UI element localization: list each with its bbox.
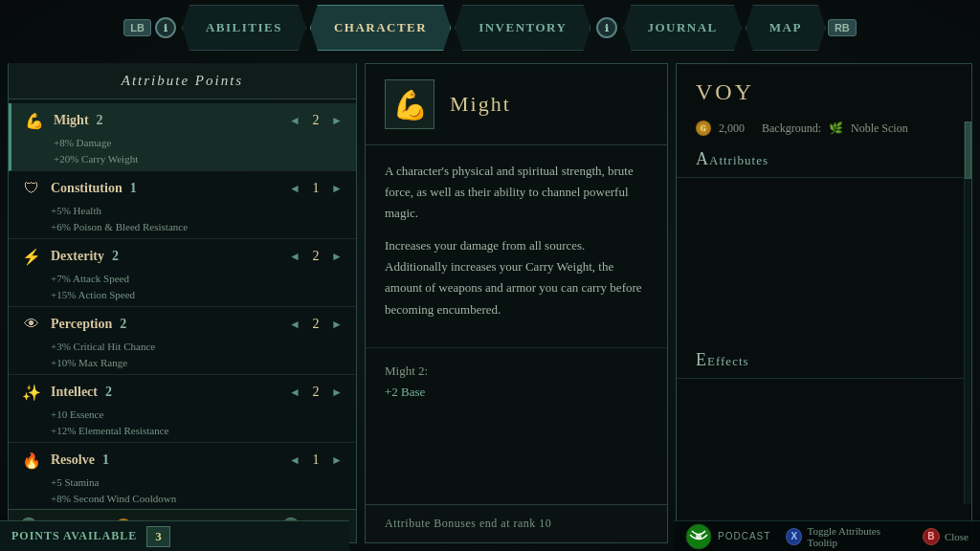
attr-perception-control: ◄ 2 ► xyxy=(287,317,345,332)
char-name: VOY xyxy=(696,79,952,105)
attribute-might[interactable]: 💪 Might 2 ◄ 2 ► +8% Damage +20% Carry We… xyxy=(9,103,356,171)
char-background-label: Background: xyxy=(762,121,821,136)
main-content: Attribute Points 💪 Might 2 ◄ 2 ► xyxy=(0,55,980,551)
constitution-bonuses: +5% Health +6% Poison & Bleed Resistance xyxy=(20,203,345,234)
attr-perception-name: Perception xyxy=(51,317,112,332)
attr-resolve-control: ◄ 1 ► xyxy=(287,452,345,468)
lb-button[interactable]: LB xyxy=(123,19,151,36)
constitution-increase-btn[interactable]: ► xyxy=(329,181,345,196)
tab-abilities[interactable]: ABILITIES xyxy=(182,5,306,51)
tab-character-label: CHARACTER xyxy=(334,20,427,35)
might-description: A character's physical and spiritual str… xyxy=(366,145,667,348)
char-name-area: VOY xyxy=(677,64,971,115)
might-bonus-1: +8% Damage xyxy=(54,135,345,151)
right-panel-scrollbar[interactable] xyxy=(964,121,971,504)
dexterity-bonus-1: +7% Attack Speed xyxy=(51,271,345,287)
rb-button[interactable]: RB xyxy=(828,19,857,36)
intellect-icon: ✨ xyxy=(20,381,43,404)
attribute-dexterity[interactable]: ⚡ Dexterity 2 ◄ 2 ► +7% Attack Speed +15… xyxy=(9,239,356,307)
background-icon: 🌿 xyxy=(829,121,843,136)
intellect-bonuses: +10 Essence +12% Elemental Resistance xyxy=(20,407,345,438)
resolve-bonus-1: +5 Stamina xyxy=(51,474,345,491)
dexterity-increase-btn[interactable]: ► xyxy=(329,249,345,264)
might-increase-btn[interactable]: ► xyxy=(329,113,345,128)
resolve-decrease-btn[interactable]: ◄ xyxy=(287,452,302,468)
intellect-increase-btn[interactable]: ► xyxy=(329,385,345,400)
attribute-constitution[interactable]: 🛡 Constitution 1 ◄ 1 ► +5% Health +6% Po… xyxy=(9,171,356,239)
dexterity-decrease-btn[interactable]: ◄ xyxy=(287,249,302,264)
attributes-section-rest: Attributes xyxy=(709,153,768,167)
attr-perception-value-label: 2 xyxy=(120,317,126,332)
xbox-branding: PODCAST xyxy=(685,523,770,550)
tab-character[interactable]: CHARACTER xyxy=(310,5,451,51)
attributes-section-label: A xyxy=(696,149,709,168)
attr-intellect-name: Intellect xyxy=(51,385,98,400)
info-icon-2: ℹ xyxy=(605,23,609,33)
character-info-panel: VOY G 2,000 Background: 🌿 Noble Scion AA… xyxy=(676,63,972,543)
x-label: X xyxy=(791,531,798,541)
points-available-value: 3 xyxy=(146,526,170,547)
tab-inventory[interactable]: INVENTORY xyxy=(455,5,590,51)
attribute-intellect[interactable]: ✨ Intellect 2 ◄ 2 ► +10 Essence +12% Ele… xyxy=(9,375,356,443)
points-available-label: POINTS AVAILABLE xyxy=(11,529,137,543)
resolve-increase-btn[interactable]: ► xyxy=(329,452,345,468)
rank-title: Might 2: xyxy=(385,364,648,379)
might-bonus-2: +20% Carry Weight xyxy=(54,151,345,167)
might-large-icon: 💪 xyxy=(385,79,434,129)
attr-intellect-control: ◄ 2 ► xyxy=(287,385,345,400)
perception-increase-btn[interactable]: ► xyxy=(329,317,345,332)
intellect-decrease-btn[interactable]: ◄ xyxy=(287,385,302,400)
attr-intellect-name-row: ✨ Intellect 2 xyxy=(20,381,112,404)
constitution-decrease-btn[interactable]: ◄ xyxy=(287,181,302,196)
attr-constitution-value-label: 1 xyxy=(130,181,137,196)
attr-resolve-name: Resolve xyxy=(51,452,95,468)
resolve-bonus-2: +8% Second Wind Cooldown xyxy=(51,491,345,507)
dexterity-bonus-2: +15% Action Speed xyxy=(51,287,345,303)
intellect-value: 2 xyxy=(308,385,323,400)
attribute-resolve[interactable]: 🔥 Resolve 1 ◄ 1 ► +5 Stamina +8% Second … xyxy=(9,443,356,509)
info-icon: ℹ xyxy=(164,23,167,33)
constitution-bonus-1: +5% Health xyxy=(51,203,345,219)
attr-perception-header: 👁 Perception 2 ◄ 2 ► xyxy=(20,313,345,336)
might-header: 💪 Might xyxy=(366,64,667,145)
attributes-content xyxy=(677,178,971,342)
nav-icon-left: ℹ xyxy=(155,17,176,38)
attribute-points-panel: Attribute Points 💪 Might 2 ◄ 2 ► xyxy=(8,63,357,543)
attr-intellect-value-label: 2 xyxy=(105,385,112,400)
b-label: B xyxy=(927,531,934,541)
points-available-bar: POINTS AVAILABLE 3 xyxy=(0,520,349,551)
close-hint: B Close xyxy=(923,528,969,545)
x-button-icon[interactable]: X xyxy=(786,528,802,545)
attr-might-control: ◄ 2 ► xyxy=(287,113,345,128)
char-currency-value: 2,000 xyxy=(719,121,745,136)
intellect-bonus-1: +10 Essence xyxy=(51,407,345,423)
tab-journal[interactable]: JOURNAL xyxy=(623,5,741,51)
perception-decrease-btn[interactable]: ◄ xyxy=(287,317,302,332)
constitution-value: 1 xyxy=(308,181,323,196)
might-desc-1: A character's physical and spiritual str… xyxy=(385,161,648,224)
toggle-label: Toggle Attributes Tooltip xyxy=(807,525,906,548)
perception-icon: 👁 xyxy=(20,313,43,336)
might-title: Might xyxy=(450,92,511,117)
nav-icon-middle: ℹ xyxy=(596,17,617,38)
effects-content xyxy=(677,379,971,543)
attr-might-name: Might xyxy=(54,113,89,128)
might-rank-section: Might 2: +2 Base xyxy=(366,348,667,504)
attr-dexterity-value-label: 2 xyxy=(112,249,119,264)
xbox-logo-icon xyxy=(685,523,712,550)
attr-perception-name-row: 👁 Perception 2 xyxy=(20,313,126,336)
rank-value: +2 Base xyxy=(385,385,648,400)
attr-resolve-header: 🔥 Resolve 1 ◄ 1 ► xyxy=(20,449,345,472)
effects-section-label: E xyxy=(696,350,707,369)
perception-bonus-2: +10% Max Range xyxy=(51,355,345,371)
might-value: 2 xyxy=(308,113,323,128)
might-decrease-btn[interactable]: ◄ xyxy=(287,113,302,128)
dexterity-icon: ⚡ xyxy=(20,245,43,268)
perception-bonus-1: +3% Critical Hit Chance xyxy=(51,339,345,355)
middle-panel-bottom: Attribute Bonuses end at rank 10 xyxy=(366,504,667,542)
attr-dexterity-header: ⚡ Dexterity 2 ◄ 2 ► xyxy=(20,245,345,268)
b-button-icon[interactable]: B xyxy=(923,528,940,545)
attribute-perception[interactable]: 👁 Perception 2 ◄ 2 ► +3% Critical Hit Ch… xyxy=(9,307,356,375)
tab-map[interactable]: MAP xyxy=(746,5,826,51)
attr-constitution-name: Constitution xyxy=(51,181,122,196)
